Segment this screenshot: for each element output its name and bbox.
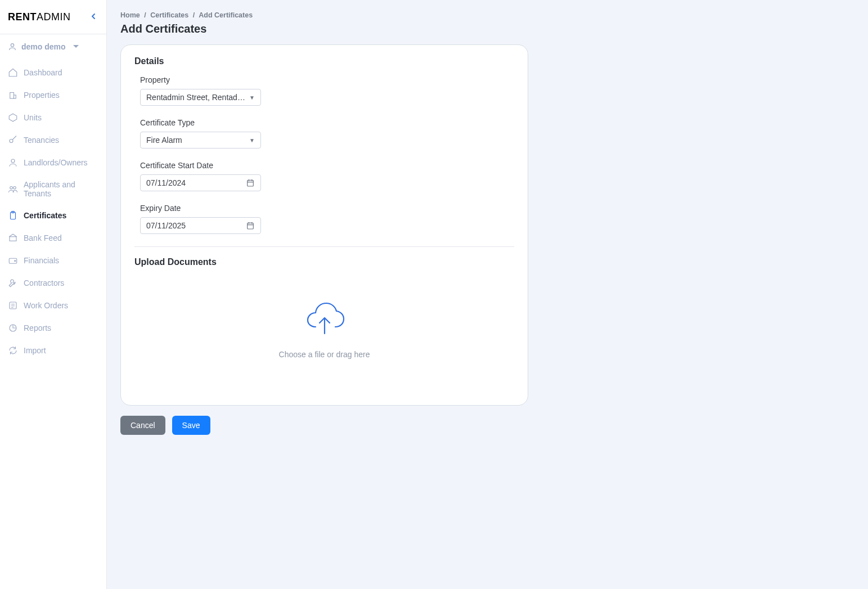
caret-down-icon: ▼ (249, 137, 255, 143)
svg-rect-9 (10, 237, 16, 241)
svg-rect-1 (10, 93, 14, 99)
building-icon (8, 90, 18, 100)
cert-type-value: Fire Alarm (146, 136, 246, 145)
divider (134, 246, 514, 247)
sidebar-nav: Dashboard Properties Units Tenancies Lan… (0, 59, 106, 373)
start-date-value: 07/11/2024 (146, 178, 246, 187)
sidebar-item-landlords[interactable]: Landlords/Owners (0, 151, 106, 174)
svg-point-3 (10, 140, 13, 143)
home-icon (8, 68, 18, 78)
property-label: Property (140, 75, 514, 84)
expiry-date-value: 07/11/2025 (146, 221, 246, 230)
sidebar: RENTADMIN demo demo Dashboard Properties (0, 0, 107, 589)
cert-type-select[interactable]: Fire Alarm ▼ (140, 132, 261, 149)
wallet-icon (8, 255, 18, 266)
sidebar-item-applicants[interactable]: Applicants and Tenants (0, 174, 106, 204)
cert-type-label: Certificate Type (140, 118, 514, 127)
form-card: Details Property Rentadmin Street, Renta… (120, 44, 528, 406)
chart-icon (8, 323, 18, 333)
breadcrumb-link[interactable]: Home (120, 11, 140, 19)
clipboard-icon (8, 210, 18, 221)
sidebar-item-label: Financials (24, 256, 59, 265)
expiry-date-label: Expiry Date (140, 204, 514, 213)
page-title: Add Certificates (120, 23, 740, 35)
sidebar-item-label: Bank Feed (24, 233, 62, 242)
property-select[interactable]: Rentadmin Street, Rentadmin,… ▼ (140, 89, 261, 106)
start-date-label: Certificate Start Date (140, 161, 514, 170)
svg-rect-2 (14, 95, 16, 98)
cube-icon (8, 113, 18, 123)
sidebar-item-label: Reports (24, 323, 51, 332)
caret-down-icon (73, 42, 79, 51)
save-button[interactable]: Save (172, 416, 210, 435)
sidebar-item-financials[interactable]: Financials (0, 249, 106, 272)
sidebar-item-properties[interactable]: Properties (0, 84, 106, 106)
sidebar-item-reports[interactable]: Reports (0, 317, 106, 339)
calendar-icon (246, 221, 255, 230)
sidebar-item-dashboard[interactable]: Dashboard (0, 61, 106, 84)
details-heading: Details (134, 56, 514, 66)
caret-down-icon: ▼ (249, 95, 255, 101)
user-menu[interactable]: demo demo (0, 34, 106, 59)
svg-point-11 (15, 260, 16, 262)
sidebar-item-units[interactable]: Units (0, 106, 106, 129)
sidebar-item-label: Applicants and Tenants (24, 180, 98, 198)
upload-caption: Choose a file or drag here (279, 350, 370, 359)
brand-logo: RENTADMIN (8, 11, 71, 23)
sidebar-item-label: Landlords/Owners (24, 158, 88, 167)
sidebar-item-label: Units (24, 113, 42, 122)
svg-rect-14 (248, 180, 254, 186)
start-date-input[interactable]: 07/11/2024 (140, 174, 261, 191)
svg-rect-15 (248, 223, 254, 229)
sidebar-item-workorders[interactable]: Work Orders (0, 294, 106, 317)
bank-icon (8, 233, 18, 243)
expiry-date-input[interactable]: 07/11/2025 (140, 217, 261, 234)
breadcrumb-current: Add Certificates (199, 11, 253, 19)
upload-dropzone[interactable]: Choose a file or drag here (134, 276, 514, 383)
svg-point-4 (11, 159, 15, 163)
sidebar-item-contractors[interactable]: Contractors (0, 272, 106, 294)
refresh-icon (8, 345, 18, 356)
sidebar-item-bankfeed[interactable]: Bank Feed (0, 227, 106, 249)
property-value: Rentadmin Street, Rentadmin,… (146, 93, 246, 102)
sidebar-item-label: Work Orders (24, 301, 68, 310)
svg-point-5 (10, 187, 13, 190)
tool-icon (8, 278, 18, 288)
sidebar-collapse-button[interactable] (88, 10, 98, 24)
sidebar-item-label: Properties (24, 91, 60, 100)
breadcrumb: Home / Certificates / Add Certificates (120, 11, 740, 19)
svg-point-0 (11, 44, 14, 47)
calendar-icon (246, 178, 255, 187)
people-icon (8, 184, 18, 194)
key-icon (8, 135, 18, 145)
cancel-button[interactable]: Cancel (120, 416, 165, 435)
sidebar-item-certificates[interactable]: Certificates (0, 204, 106, 227)
cloud-upload-icon (303, 302, 347, 339)
chevron-left-icon (91, 13, 96, 20)
list-icon (8, 300, 18, 311)
svg-point-6 (14, 187, 16, 190)
sidebar-item-label: Import (24, 346, 46, 355)
user-name: demo demo (21, 42, 66, 51)
user-icon (8, 42, 17, 51)
sidebar-item-tenancies[interactable]: Tenancies (0, 129, 106, 151)
sidebar-item-label: Dashboard (24, 68, 62, 77)
breadcrumb-link[interactable]: Certificates (150, 11, 188, 19)
sidebar-item-label: Certificates (24, 211, 66, 220)
sidebar-item-label: Contractors (24, 278, 64, 287)
upload-heading: Upload Documents (134, 257, 514, 267)
person-icon (8, 158, 18, 168)
sidebar-item-label: Tenancies (24, 136, 59, 145)
main-content: Home / Certificates / Add Certificates A… (107, 0, 754, 589)
sidebar-item-import[interactable]: Import (0, 339, 106, 362)
